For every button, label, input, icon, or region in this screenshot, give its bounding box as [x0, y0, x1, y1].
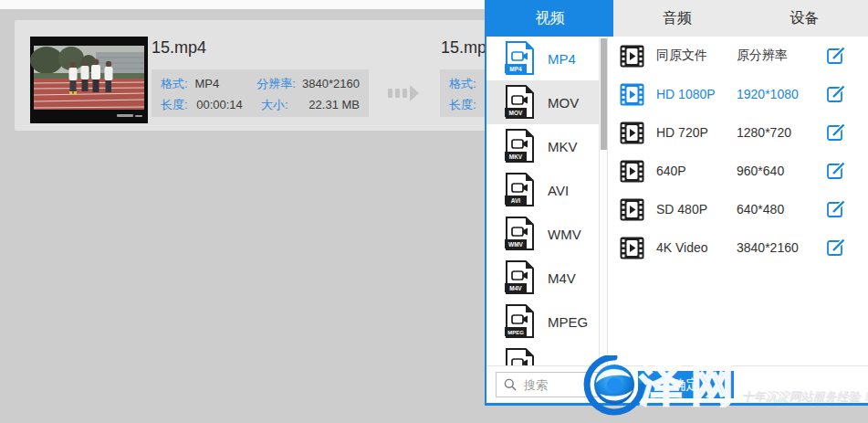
quality-name: 640P: [656, 164, 737, 178]
tab-device[interactable]: 设备: [741, 0, 868, 37]
format-label: AVI: [548, 183, 569, 198]
format-label: M4V: [548, 270, 576, 286]
source-duration-value: 00:00:14: [196, 98, 261, 111]
format-item-mpeg[interactable]: MPEG MPEG: [486, 300, 599, 344]
format-item-partial[interactable]: [486, 344, 599, 365]
svg-text:M4V: M4V: [509, 285, 522, 291]
svg-text:MKV: MKV: [509, 153, 523, 160]
target-duration-label: 长度:: [449, 97, 487, 113]
format-label: MP4: [548, 51, 576, 67]
search-box[interactable]: [496, 372, 631, 397]
source-size-label: 大小:: [261, 97, 309, 113]
panel-bottom-bar: 确定: [486, 365, 868, 403]
mpeg-file-icon: MPEG: [505, 304, 535, 339]
svg-text:MOV: MOV: [509, 110, 523, 116]
search-input[interactable]: [522, 377, 626, 393]
panel-tabbar: 视频 音频 设备: [486, 0, 868, 37]
quality-name: HD 1080P: [656, 87, 737, 101]
format-list-scrollbar[interactable]: [599, 37, 608, 365]
format-label: MKV: [548, 139, 578, 154]
film-720p-icon: [620, 122, 644, 144]
quality-item-640p[interactable]: 640P 960*640: [608, 152, 868, 190]
format-item-m4v[interactable]: M4V M4V: [486, 256, 599, 300]
format-item-mov[interactable]: MOV MOV: [486, 80, 599, 124]
avi-file-icon: AVI: [505, 173, 535, 207]
format-item-mkv[interactable]: MKV MKV: [486, 124, 599, 168]
quality-item-4k[interactable]: 4K Video 3840*2160: [608, 228, 868, 267]
source-size-value: 22.31 MB: [309, 98, 360, 111]
source-format-label: 格式:: [161, 76, 194, 92]
wmv-file-icon: WMV: [505, 217, 535, 251]
format-item-wmv[interactable]: WMV WMV: [486, 212, 599, 256]
source-duration-label: 长度:: [161, 97, 196, 113]
quality-resolution: 960*640: [737, 164, 826, 178]
video-thumbnail[interactable]: [30, 37, 148, 123]
edit-settings-icon[interactable]: [826, 161, 846, 181]
quality-item-hd720p[interactable]: HD 720P 1280*720: [608, 113, 868, 152]
format-list: MP4 MP4 MOV MOV MKV MKV AVI AVI WMV WMV …: [486, 37, 599, 365]
format-item-mp4[interactable]: MP4 MP4: [486, 37, 599, 80]
quality-resolution: 3840*2160: [737, 240, 826, 255]
output-format-panel: 视频 音频 设备 MP4 MP4 MOV MOV MKV MKV AVI AVI: [485, 0, 868, 406]
quality-item-hd1080p[interactable]: HD 1080P 1920*1080: [608, 75, 868, 113]
quality-resolution: 原分辨率: [737, 48, 826, 64]
svg-text:WMV: WMV: [508, 241, 524, 248]
source-file-title: 15.mp4: [152, 38, 206, 58]
edit-settings-icon[interactable]: [826, 84, 846, 104]
confirm-button[interactable]: 确定: [638, 371, 734, 398]
partial-file-icon: [505, 348, 535, 365]
mkv-file-icon: MKV: [505, 129, 535, 164]
quality-item-sd480p[interactable]: SD 480P 640*480: [608, 190, 868, 228]
svg-text:MPEG: MPEG: [507, 330, 524, 335]
m4v-file-icon: M4V: [505, 260, 535, 295]
edit-settings-icon[interactable]: [826, 199, 846, 219]
format-label: MPEG: [548, 314, 588, 330]
quality-list: 同原文件 原分辨率 HD 1080P 1920*1080 HD 720P 128…: [608, 37, 868, 365]
tab-audio[interactable]: 音频: [613, 0, 740, 37]
quality-name: SD 480P: [656, 202, 737, 217]
source-format-value: MP4: [194, 77, 256, 90]
svg-text:AVI: AVI: [511, 197, 521, 204]
film-original-icon: [620, 45, 644, 68]
quality-resolution: 1920*1080: [737, 87, 826, 101]
quality-name: HD 720P: [656, 125, 737, 140]
target-format-label: 格式:: [449, 76, 487, 92]
edit-settings-icon[interactable]: [826, 238, 846, 258]
edit-settings-icon[interactable]: [826, 46, 846, 66]
scrollbar-thumb[interactable]: [601, 38, 607, 150]
film-1080p-icon: [620, 83, 644, 106]
source-resolution-label: 分辨率:: [256, 76, 302, 92]
svg-text:MP4: MP4: [509, 66, 522, 72]
edit-settings-icon[interactable]: [826, 122, 846, 143]
quality-name: 同原文件: [656, 48, 737, 64]
film-480p-icon: [620, 198, 644, 221]
tab-video[interactable]: 视频: [486, 0, 613, 37]
quality-resolution: 1280*720: [737, 125, 826, 140]
mov-file-icon: MOV: [505, 85, 535, 120]
format-item-avi[interactable]: AVI AVI: [486, 168, 599, 212]
convert-arrow-icon: [388, 85, 419, 105]
format-label: MOV: [548, 95, 579, 111]
quality-name: 4K Video: [656, 240, 737, 255]
quality-resolution: 640*480: [737, 202, 826, 217]
mp4-file-icon: MP4: [505, 41, 535, 76]
search-icon: [504, 378, 517, 391]
source-resolution-value: 3840*2160: [302, 77, 360, 90]
film-640p-icon: [620, 160, 644, 183]
format-label: WMV: [548, 227, 581, 242]
film-4k-icon: [620, 237, 644, 259]
quality-item-original[interactable]: 同原文件 原分辨率: [608, 37, 868, 75]
source-info-box: 格式: MP4 分辨率: 3840*2160 长度: 00:00:14 大小: …: [152, 69, 369, 117]
